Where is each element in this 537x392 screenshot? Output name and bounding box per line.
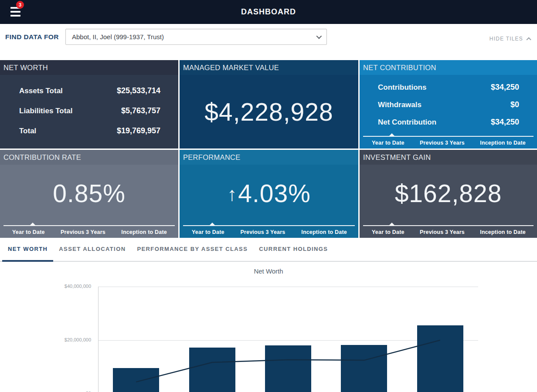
period-tabs: Year to Date Previous 3 Years Inception … <box>360 222 537 238</box>
row-value: $25,533,714 <box>117 86 160 95</box>
tile-contribution-rate-header: CONTRIBUTION RATE <box>0 150 178 165</box>
row-label: Net Contribution <box>378 118 436 127</box>
period-tab-inception-to-date[interactable]: Inception to Date <box>480 140 526 146</box>
period-tab-inception-to-date[interactable]: Inception to Date <box>121 229 167 235</box>
dashboard-app: 3 DASHBOARD FIND DATA FOR Abbot, II, Joe… <box>0 0 537 392</box>
content-tab-bar: NET WORTH ASSET ALLOCATION PERFORMANCE B… <box>0 238 537 262</box>
tile-net-worth-body: Assets Total $25,533,714 Liabilities Tot… <box>0 75 178 149</box>
active-period-indicator <box>389 223 394 225</box>
period-tab-year-to-date[interactable]: Year to Date <box>372 229 404 235</box>
summary-tiles: NET WORTH Assets Total $25,533,714 Liabi… <box>0 60 537 238</box>
row-label: Liabilities Total <box>19 107 72 115</box>
row-value: $5,763,757 <box>121 106 160 115</box>
period-tabs: Year to Date Previous 3 Years Inception … <box>180 222 358 238</box>
hide-tiles-label: HIDE TILES <box>489 36 523 42</box>
tile-performance-title: PERFORMANCE <box>183 153 241 162</box>
row-value: $34,250 <box>491 118 519 127</box>
table-row: Assets Total $25,533,714 <box>19 86 160 95</box>
tile-managed-body: $4,228,928 <box>180 75 358 149</box>
period-indicator-line <box>183 222 355 226</box>
tile-net-contribution-header: NET CONTRIBUTION <box>360 60 537 75</box>
net-contribution-rows: Contributions $34,250 Withdrawals $0 Net… <box>360 75 537 133</box>
net-worth-chart: Net Worth $40,000,000 $20,000,000 $0 <box>0 262 537 392</box>
period-tab-previous-3-years[interactable]: Previous 3 Years <box>240 229 285 235</box>
period-tab-year-to-date[interactable]: Year to Date <box>192 229 224 235</box>
tile-net-contribution: NET CONTRIBUTION Contributions $34,250 W… <box>360 60 537 149</box>
active-period-indicator <box>210 223 215 225</box>
tile-investment-gain-header: INVESTMENT GAIN <box>360 150 537 165</box>
period-tab-inception-to-date[interactable]: Inception to Date <box>301 229 347 235</box>
table-row: Contributions $34,250 <box>378 83 519 92</box>
tile-investment-gain-title: INVESTMENT GAIN <box>363 153 431 162</box>
period-indicator-line <box>3 222 175 226</box>
period-tab-previous-3-years[interactable]: Previous 3 Years <box>420 229 465 235</box>
tile-net-contribution-title: NET CONTRIBUTION <box>363 64 436 72</box>
tile-net-contribution-body: Contributions $34,250 Withdrawals $0 Net… <box>360 75 537 149</box>
row-value: $19,769,957 <box>117 126 160 135</box>
tile-investment-gain: INVESTMENT GAIN $162,828 Year to Date Pr… <box>360 150 537 238</box>
tile-net-worth: NET WORTH Assets Total $25,533,714 Liabi… <box>0 60 178 149</box>
account-select-value: Abbot, II, Joel (999-1937, Trust) <box>72 33 164 41</box>
chevron-up-icon <box>526 37 531 42</box>
tile-contribution-rate: CONTRIBUTION RATE 0.85% Year to Date Pre… <box>0 150 178 238</box>
active-period-indicator <box>389 133 394 136</box>
net-worth-rows: Assets Total $25,533,714 Liabilities Tot… <box>0 75 178 149</box>
row-label: Withdrawals <box>378 101 421 109</box>
row-label: Assets Total <box>19 87 63 95</box>
table-row: Withdrawals $0 <box>378 100 519 109</box>
row-value: $34,250 <box>491 83 519 92</box>
period-tabs: Year to Date Previous 3 Years Inception … <box>360 133 537 149</box>
period-tab-inception-to-date[interactable]: Inception to Date <box>480 229 526 235</box>
find-data-label: FIND DATA FOR <box>5 29 59 45</box>
account-select[interactable]: Abbot, II, Joel (999-1937, Trust) <box>65 29 327 45</box>
tile-managed-market-value: MANAGED MARKET VALUE $4,228,928 <box>180 60 358 149</box>
tile-investment-gain-body: $162,828 Year to Date Previous 3 Years I… <box>360 165 537 238</box>
tab-performance-by-asset-class[interactable]: PERFORMANCE BY ASSET CLASS <box>131 238 253 262</box>
managed-market-value: $4,228,928 <box>204 98 333 126</box>
row-value: $0 <box>510 100 519 109</box>
tile-net-worth-header: NET WORTH <box>0 60 178 75</box>
tile-contribution-rate-title: CONTRIBUTION RATE <box>3 153 81 162</box>
active-period-indicator <box>30 223 35 225</box>
hide-tiles-button[interactable]: HIDE TILES <box>489 36 530 42</box>
period-tab-year-to-date[interactable]: Year to Date <box>12 229 45 235</box>
tab-net-worth[interactable]: NET WORTH <box>2 238 53 262</box>
tab-asset-allocation[interactable]: ASSET ALLOCATION <box>53 238 131 262</box>
tile-managed-title: MANAGED MARKET VALUE <box>183 64 279 72</box>
investment-gain-value: $162,828 <box>395 179 502 208</box>
find-data-bar: FIND DATA FOR Abbot, II, Joel (999-1937,… <box>0 24 537 60</box>
tile-contribution-rate-body: 0.85% Year to Date Previous 3 Years Ince… <box>0 165 178 238</box>
row-label: Contributions <box>378 83 426 92</box>
tile-managed-header: MANAGED MARKET VALUE <box>180 60 358 75</box>
period-tabs: Year to Date Previous 3 Years Inception … <box>0 222 178 238</box>
find-data-label-text: FIND DATA FOR <box>5 33 59 41</box>
tile-net-worth-title: NET WORTH <box>3 64 48 72</box>
table-row: Liabilities Total $5,763,757 <box>19 106 160 115</box>
performance-value: 4.03% <box>238 179 311 207</box>
period-tab-previous-3-years[interactable]: Previous 3 Years <box>61 229 105 235</box>
tile-performance-body: ↑4.03% Year to Date Previous 3 Years Inc… <box>180 165 358 238</box>
tile-performance: PERFORMANCE ↑4.03% Year to Date Previous… <box>180 150 358 238</box>
top-nav-bar: 3 DASHBOARD <box>0 0 537 24</box>
contribution-rate-value: 0.85% <box>53 179 126 208</box>
period-tab-year-to-date[interactable]: Year to Date <box>372 140 404 146</box>
table-row: Net Contribution $34,250 <box>378 118 519 127</box>
period-indicator-line <box>363 133 534 137</box>
row-label: Total <box>19 127 36 135</box>
page-title: DASHBOARD <box>0 0 537 24</box>
up-arrow-icon: ↑ <box>227 183 237 205</box>
line-series <box>0 262 537 392</box>
chevron-down-icon <box>316 34 322 39</box>
tile-performance-header: PERFORMANCE <box>180 150 358 165</box>
table-row: Total $19,769,957 <box>19 126 160 135</box>
tab-current-holdings[interactable]: CURRENT HOLDINGS <box>253 238 333 262</box>
period-tab-previous-3-years[interactable]: Previous 3 Years <box>420 140 465 146</box>
period-indicator-line <box>363 222 534 226</box>
